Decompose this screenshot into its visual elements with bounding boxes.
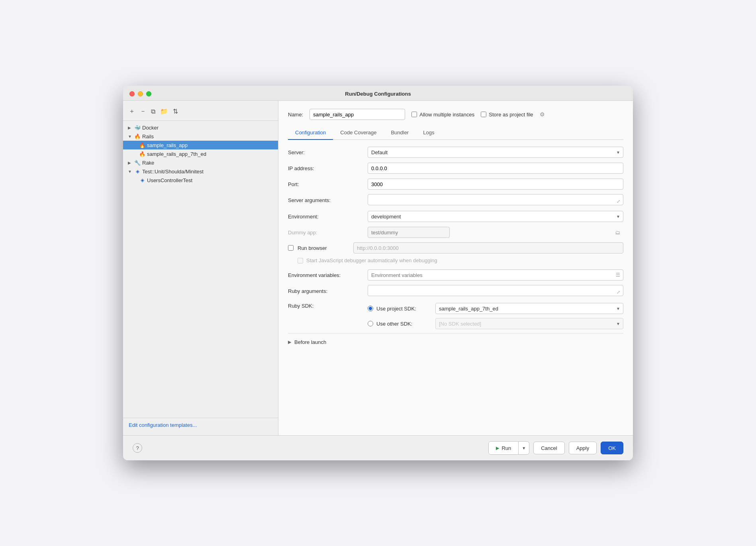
- ruby-arguments-row: Ruby arguments: ⤢: [288, 285, 623, 297]
- server-arguments-input[interactable]: [368, 194, 623, 205]
- store-as-project-label[interactable]: Store as project file: [489, 112, 533, 118]
- dummy-app-wrapper: 🗂: [368, 227, 623, 238]
- before-launch-row[interactable]: ▶ Before launch: [288, 333, 623, 351]
- allow-multiple-instances-label[interactable]: Allow multiple instances: [419, 112, 474, 118]
- js-debugger-row: Start JavaScript debugger automatically …: [288, 257, 623, 263]
- tab-configuration[interactable]: Configuration: [288, 126, 333, 140]
- folder-icon[interactable]: 🗂: [615, 230, 620, 236]
- use-other-sdk-radio[interactable]: [368, 321, 373, 326]
- list-icon[interactable]: ☰: [616, 272, 620, 278]
- before-launch-label: Before launch: [294, 339, 326, 345]
- ruby-arguments-input[interactable]: [368, 285, 623, 296]
- server-arguments-row: Server arguments: ⤢: [288, 194, 623, 206]
- test-icon: ◈: [134, 168, 141, 175]
- port-label: Port:: [288, 181, 368, 187]
- new-folder-button[interactable]: 📁: [159, 107, 169, 116]
- run-browser-checkbox[interactable]: [288, 245, 294, 251]
- server-select[interactable]: Default: [368, 147, 623, 158]
- sidebar-item-test-unit[interactable]: ▼ ◈ Test::Unit/Shoulda/Minitest: [123, 167, 278, 176]
- ruby-arguments-wrapper: ⤢: [368, 285, 623, 297]
- sidebar-item-rake[interactable]: ▶ 🔧 Rake: [123, 158, 278, 167]
- rake-icon: 🔧: [134, 159, 141, 166]
- server-arguments-wrapper: ⤢: [368, 194, 623, 206]
- js-debugger-checkbox[interactable]: [298, 258, 303, 263]
- sidebar-item-sample-rails-app-7th[interactable]: 🔥 sample_rails_app_7th_ed: [123, 149, 278, 158]
- chevron-right-icon: ▶: [128, 161, 133, 165]
- minimize-button[interactable]: [138, 91, 143, 96]
- chevron-right-icon: ▶: [128, 126, 133, 130]
- use-other-sdk-label[interactable]: Use other SDK:: [376, 321, 432, 327]
- sidebar-toolbar: ＋ － ⧉ 📁 ⇅: [123, 104, 278, 121]
- sidebar-footer: Edit configuration templates...: [123, 418, 278, 432]
- env-variables-input[interactable]: [368, 269, 623, 281]
- docker-icon: 🐳: [134, 124, 141, 131]
- sidebar-item-label: Rake: [142, 160, 154, 166]
- run-debug-dialog: Run/Debug Configurations ＋ － ⧉ 📁 ⇅ ▶ 🐳 D…: [123, 86, 633, 460]
- sdk-radio-group: Use project SDK: sample_rails_app_7th_ed…: [368, 303, 623, 329]
- sidebar-item-sample-rails-app[interactable]: 🔥 sample_rails_app: [123, 141, 278, 149]
- other-sdk-select-wrapper: [No SDK selected] ▼: [435, 318, 623, 329]
- ruby-arguments-label: Ruby arguments:: [288, 288, 368, 294]
- edit-templates-link[interactable]: Edit configuration templates...: [129, 422, 197, 428]
- run-browser-url-input[interactable]: [353, 242, 623, 253]
- allow-multiple-instances-checkbox[interactable]: [411, 112, 417, 117]
- tab-code-coverage[interactable]: Code Coverage: [333, 126, 384, 140]
- run-browser-row: Run browser: [288, 242, 623, 253]
- sort-button[interactable]: ⇅: [172, 107, 179, 116]
- run-button[interactable]: ▶ Run: [489, 442, 519, 454]
- sidebar-item-rails[interactable]: ▼ 🔥 Rails: [123, 132, 278, 141]
- traffic-lights: [129, 91, 151, 96]
- apply-button[interactable]: Apply: [569, 442, 597, 454]
- name-input[interactable]: [309, 109, 405, 120]
- test-run-icon: ◈: [139, 177, 145, 183]
- allow-multiple-instances-group: Allow multiple instances: [411, 112, 474, 118]
- rails-run-icon-2: 🔥: [139, 151, 145, 157]
- port-input[interactable]: [368, 179, 623, 190]
- sidebar-item-docker[interactable]: ▶ 🐳 Docker: [123, 123, 278, 132]
- dummy-app-row: Dummy app: 🗂: [288, 226, 623, 238]
- store-as-project-checkbox[interactable]: [481, 112, 486, 117]
- server-label: Server:: [288, 149, 368, 155]
- name-row: Name: Allow multiple instances Store as …: [288, 109, 623, 120]
- run-label: Run: [501, 445, 511, 451]
- chevron-right-icon: ▶: [288, 340, 291, 345]
- run-browser-label[interactable]: Run browser: [298, 245, 349, 251]
- copy-config-button[interactable]: ⧉: [150, 107, 156, 116]
- sidebar-item-label: sample_rails_app: [147, 142, 188, 148]
- environment-select-wrapper: development test production ▼: [368, 211, 623, 222]
- use-project-sdk-radio[interactable]: [368, 306, 373, 311]
- ip-address-input[interactable]: [368, 163, 623, 174]
- tabs-bar: Configuration Code Coverage Bundler Logs: [288, 126, 623, 140]
- right-panel: Name: Allow multiple instances Store as …: [278, 101, 633, 435]
- name-label: Name:: [288, 112, 303, 118]
- sidebar-item-users-controller-test[interactable]: ◈ UsersControllerTest: [123, 176, 278, 185]
- close-button[interactable]: [129, 91, 135, 96]
- tab-bundler[interactable]: Bundler: [384, 126, 416, 140]
- sidebar-item-label: UsersControllerTest: [147, 177, 192, 183]
- environment-select[interactable]: development test production: [368, 211, 623, 222]
- ip-address-row: IP address:: [288, 162, 623, 174]
- sidebar-item-label: Test::Unit/Shoulda/Minitest: [142, 169, 204, 175]
- sidebar-item-label: Rails: [142, 134, 154, 139]
- help-button[interactable]: ?: [133, 443, 142, 453]
- other-sdk-select[interactable]: [No SDK selected]: [435, 318, 623, 329]
- dialog-footer: ? ▶ Run ▼ Cancel Apply OK: [123, 435, 633, 460]
- environment-row: Environment: development test production…: [288, 210, 623, 222]
- add-config-button[interactable]: ＋: [128, 106, 136, 116]
- remove-config-button[interactable]: －: [139, 106, 147, 116]
- run-dropdown-button[interactable]: ▼: [519, 442, 529, 454]
- settings-icon[interactable]: ⚙: [540, 111, 545, 118]
- dialog-title: Run/Debug Configurations: [345, 91, 411, 97]
- use-project-sdk-label[interactable]: Use project SDK:: [376, 306, 432, 312]
- form-area: Server: Default ▼ IP address: Port:: [288, 140, 623, 435]
- rails-icon: 🔥: [134, 133, 141, 139]
- project-sdk-select[interactable]: sample_rails_app_7th_ed: [435, 303, 623, 314]
- store-as-project-group: Store as project file: [481, 112, 533, 118]
- sidebar-item-label: sample_rails_app_7th_ed: [147, 151, 206, 157]
- cancel-button[interactable]: Cancel: [533, 442, 564, 454]
- environment-label: Environment:: [288, 214, 368, 220]
- maximize-button[interactable]: [146, 91, 151, 96]
- tab-logs[interactable]: Logs: [416, 126, 441, 140]
- ok-button[interactable]: OK: [601, 442, 623, 454]
- server-select-wrapper: Default ▼: [368, 147, 623, 158]
